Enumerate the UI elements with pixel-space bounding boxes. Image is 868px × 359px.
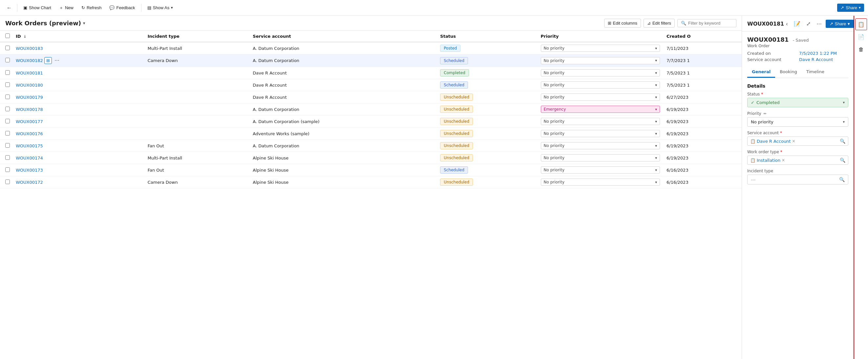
feedback-button[interactable]: 💬 Feedback	[106, 4, 138, 12]
row-checkbox[interactable]	[5, 155, 10, 160]
list-panel: Work Orders (preview) ▾ ⊞ Edit columns ⊿…	[0, 16, 742, 359]
sidebar-icon-delete[interactable]: 🗑	[855, 43, 867, 55]
tab-general[interactable]: General	[747, 67, 775, 78]
edit-columns-button[interactable]: ⊞ Edit columns	[604, 19, 641, 28]
col-created[interactable]: Created O	[663, 31, 742, 42]
col-priority[interactable]: Priority	[537, 31, 663, 42]
detail-tabs: General Booking Timeline	[747, 67, 848, 78]
tab-timeline[interactable]: Timeline	[802, 67, 829, 78]
row-status-cell: Unscheduled	[437, 116, 537, 128]
row-id-cell: WOUX00182⊞···	[12, 55, 145, 67]
row-service-account-cell: A. Datum Corporation	[249, 42, 437, 55]
service-account-remove-icon[interactable]: ×	[792, 139, 795, 143]
priority-dropdown[interactable]: Emergency▾	[541, 106, 660, 113]
work-order-type-search-icon[interactable]: 🔍	[840, 157, 845, 163]
nav-expand-button[interactable]: ⤢	[804, 19, 812, 28]
status-required-star: *	[761, 92, 763, 96]
row-checkbox[interactable]	[5, 70, 10, 75]
row-priority-cell: No priority▾	[537, 140, 663, 152]
sidebar-icon-note[interactable]: 📄	[855, 31, 867, 43]
record-title: WOUX00181	[747, 36, 788, 43]
row-id-link[interactable]: WOUX00174	[16, 155, 43, 160]
detail-section: Details Status * ✓ Completed ▾	[747, 83, 848, 184]
row-checkbox[interactable]	[5, 179, 10, 184]
table-row: WOUX00179Dave R AccountUnscheduledNo pri…	[0, 91, 742, 103]
back-button[interactable]: ←	[4, 3, 14, 12]
share-button[interactable]: ↗ Share ▾	[837, 4, 864, 12]
row-id-link[interactable]: WOUX00177	[16, 119, 43, 124]
row-id-link[interactable]: WOUX00175	[16, 143, 43, 148]
row-checkbox[interactable]	[5, 107, 10, 111]
incident-type-label: Incident type	[747, 169, 848, 173]
status-badge: Unscheduled	[440, 106, 473, 113]
col-service-account[interactable]: Service account	[249, 31, 437, 42]
row-id-link[interactable]: WOUX00181	[16, 70, 43, 76]
select-all-checkbox[interactable]	[5, 33, 10, 38]
row-checkbox[interactable]	[5, 167, 10, 172]
priority-dropdown[interactable]: No priority▾	[541, 142, 660, 149]
col-incident-type[interactable]: Incident type	[145, 31, 250, 42]
priority-dropdown[interactable]: No priority▾	[541, 44, 660, 52]
row-checkbox[interactable]	[5, 119, 10, 123]
priority-dropdown[interactable]: No priority▾	[541, 118, 660, 125]
row-more-icon[interactable]: ···	[53, 57, 61, 64]
priority-dropdown[interactable]: No priority▾	[541, 69, 660, 77]
row-id-link[interactable]: WOUX00173	[16, 168, 43, 173]
incident-type-search-icon[interactable]: 🔍	[839, 177, 845, 182]
work-order-type-tag-field[interactable]: 📋 Installation × 🔍	[747, 155, 848, 165]
nav-back-button[interactable]: ‹	[784, 20, 789, 28]
filter-keyword-input[interactable]	[688, 21, 733, 26]
detail-more-button[interactable]: ⋯	[814, 19, 824, 28]
priority-dropdown[interactable]: No priority▾	[541, 130, 660, 137]
row-checkbox[interactable]	[5, 143, 10, 148]
columns-icon: ⊞	[608, 21, 611, 26]
service-account-value[interactable]: Dave R Account	[799, 57, 848, 62]
row-id-link[interactable]: WOUX00178	[16, 107, 43, 112]
row-checkbox[interactable]	[5, 131, 10, 136]
priority-dropdown[interactable]: No priority▾	[541, 81, 660, 89]
refresh-button[interactable]: ↻ Refresh	[78, 4, 105, 12]
row-id-link[interactable]: WOUX00180	[16, 83, 43, 88]
sidebar-icon-copy[interactable]: 📋	[855, 19, 867, 30]
row-incident-type-cell: Camera Down	[145, 176, 250, 188]
row-id-link[interactable]: WOUX00183	[16, 46, 43, 51]
col-status[interactable]: Status	[437, 31, 537, 42]
status-dropdown[interactable]: ✓ Completed ▾	[747, 98, 848, 107]
service-account-search-icon[interactable]: 🔍	[840, 139, 845, 144]
edit-filters-button[interactable]: ⊿ Edit filters	[644, 19, 675, 28]
row-open-icon-button[interactable]: ⊞	[44, 57, 52, 64]
priority-dropdown[interactable]: No priority▾	[541, 93, 660, 101]
row-status-cell: Scheduled	[437, 55, 537, 67]
priority-dropdown[interactable]: No priority▾	[541, 154, 660, 161]
tab-booking[interactable]: Booking	[775, 67, 801, 78]
table-row: WOUX00183Multi-Part InstallA. Datum Corp…	[0, 42, 742, 55]
record-type: Work Order	[747, 43, 848, 48]
work-order-type-remove-icon[interactable]: ×	[782, 158, 785, 162]
service-account-tag-field[interactable]: 📋 Dave R Account × 🔍	[747, 137, 848, 146]
row-service-account-cell: A. Datum Corporation	[249, 140, 437, 152]
row-id-link[interactable]: WOUX00182	[16, 58, 43, 63]
col-id[interactable]: ID ↓	[12, 31, 145, 42]
new-button[interactable]: ＋ New	[56, 3, 77, 12]
row-id-link[interactable]: WOUX00172	[16, 180, 43, 185]
row-id-link[interactable]: WOUX00179	[16, 95, 43, 100]
nav-note-button[interactable]: 📝	[792, 19, 802, 28]
priority-edit-icon[interactable]: ✏	[764, 112, 767, 116]
row-id-link[interactable]: WOUX00176	[16, 131, 43, 136]
priority-dropdown[interactable]: No priority▾	[541, 179, 660, 186]
select-all-header[interactable]	[0, 31, 12, 42]
row-checkbox[interactable]	[5, 82, 10, 87]
show-as-button[interactable]: ▤ Show As ▾	[144, 4, 177, 12]
row-priority-cell: No priority▾	[537, 116, 663, 128]
row-checkbox[interactable]	[5, 94, 10, 99]
incident-type-empty-field[interactable]: --- 🔍	[747, 175, 848, 184]
priority-dropdown[interactable]: No priority▾	[541, 167, 660, 174]
row-checkbox[interactable]	[5, 46, 10, 50]
row-checkbox[interactable]	[5, 58, 10, 62]
list-title-chevron-icon[interactable]: ▾	[83, 21, 85, 26]
priority-dropdown[interactable]: No priority ▾	[747, 117, 848, 127]
table-row: WOUX00173Fan OutAlpine Ski HouseSchedule…	[0, 164, 742, 176]
detail-share-button[interactable]: ↗ Share ▾	[826, 20, 854, 28]
priority-dropdown[interactable]: No priority▾	[541, 57, 660, 64]
show-chart-button[interactable]: ▣ Show Chart	[20, 4, 55, 12]
